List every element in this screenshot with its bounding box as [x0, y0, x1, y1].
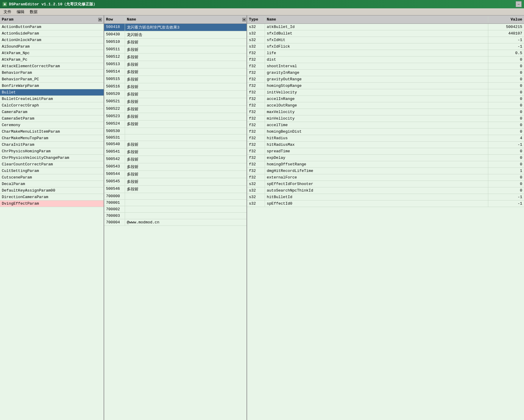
param-row[interactable]: f32accelInRange0 [247, 96, 524, 102]
sidebar-item-calccorrectgraph[interactable]: CalcCorrectGraph [0, 102, 104, 109]
param-row[interactable]: f32dist0 [247, 57, 524, 63]
table-row[interactable]: 700003 [104, 213, 247, 219]
param-value[interactable]: 0 [488, 57, 524, 63]
sidebar-item-cutsceneparam[interactable]: CutsceneParam [0, 174, 104, 181]
sidebar-item-ceremony[interactable]: Ceremony [0, 122, 104, 128]
param-row[interactable]: s32sfxIdHit-1 [247, 37, 524, 43]
param-row[interactable]: f32dmgHitRecordLifeTime1 [247, 168, 524, 174]
param-value[interactable]: -1 [488, 37, 524, 43]
sidebar-item-actionbuttonparam[interactable]: ActionButtonParam [0, 24, 104, 30]
param-row[interactable]: s32spEffectId0-1 [247, 200, 524, 207]
table-row[interactable]: 500531 [104, 134, 247, 141]
sidebar-item-bonfirewarpparam[interactable]: BonfireWarpParam [0, 83, 104, 89]
table-row[interactable]: 500520多段斩 [104, 91, 247, 98]
table-row[interactable]: 700000 [104, 193, 247, 200]
param-value[interactable]: 0 [488, 161, 524, 167]
param-row[interactable]: f32gravityInRange0 [247, 70, 524, 76]
param-value[interactable]: 1 [488, 168, 524, 174]
param-row[interactable]: s32spEffectIdForShooter0 [247, 181, 524, 187]
sidebar-item-chrphysicshomingparam[interactable]: ChrPhysicsHomingParam [0, 148, 104, 155]
param-row[interactable]: f32minVellocity0 [247, 115, 524, 122]
sidebar-item-chrphysicsvelocitychangeparam[interactable]: ChrPhysicsVelocityChangeParam [0, 155, 104, 161]
left-scroll-indicator[interactable]: ▲ [98, 18, 102, 21]
param-row[interactable]: f32expDelay0 [247, 155, 524, 161]
param-row[interactable]: f32initVellocity0 [247, 89, 524, 96]
param-row[interactable]: f32externalForce0 [247, 174, 524, 181]
param-row[interactable]: f32accelTime0 [247, 122, 524, 128]
sidebar-item-actionunlockparam[interactable]: ActionUnlockParam [0, 37, 104, 43]
param-value[interactable]: 0 [488, 70, 524, 76]
param-value[interactable]: 0 [488, 102, 524, 109]
table-row[interactable]: 500522多段斩 [104, 106, 247, 113]
param-row[interactable]: f32maxVellocity0 [247, 109, 524, 115]
param-value[interactable]: 0 [488, 187, 524, 194]
sidebar-item-dvingeffectparam[interactable]: DvingEffectParam [0, 200, 104, 207]
sidebar-item-charainitparam[interactable]: CharaInitParam [0, 142, 104, 148]
param-value[interactable]: 0 [488, 174, 524, 181]
sidebar-item-atkparamnpc[interactable]: AtkParam_Npc [0, 50, 104, 57]
table-row[interactable]: 500418龙闪蓄力斩击时剑气攻击效果3 [104, 24, 247, 31]
sidebar-item-bulletcreatelimitparam[interactable]: BulletCreateLimitParam [0, 96, 104, 102]
table-row[interactable]: 500544多段斩 [104, 171, 247, 178]
param-row[interactable]: s32sfxIdBullet440107 [247, 30, 524, 37]
param-row[interactable]: f32homingBeginDist0 [247, 128, 524, 135]
param-row[interactable]: f32life0.5 [247, 50, 524, 57]
param-value[interactable]: 0 [488, 76, 524, 82]
table-row[interactable]: 500524多段斩 [104, 120, 247, 128]
param-row[interactable]: f32homingStopRange0 [247, 83, 524, 89]
sidebar-item-decalparam[interactable]: DecalParam [0, 181, 104, 187]
param-row[interactable]: s32atkBullet_Id5004215 [247, 24, 524, 30]
table-row[interactable]: 500430龙闪斩击 [104, 31, 247, 39]
table-row[interactable]: 500545多段斩 [104, 178, 247, 186]
param-row[interactable]: s32autoSearchNpcThinkId0 [247, 187, 524, 194]
param-row[interactable]: f32hitRadiusMax-1 [247, 142, 524, 148]
param-value[interactable]: 0 [488, 63, 524, 69]
param-value[interactable]: 0 [488, 115, 524, 122]
table-row[interactable]: 500530 [104, 128, 247, 134]
param-value[interactable]: 0.5 [488, 50, 524, 56]
table-row[interactable]: 500541多段斩 [104, 148, 247, 156]
param-value[interactable]: 5004215 [488, 24, 524, 30]
param-value[interactable]: 0 [488, 148, 524, 154]
table-row[interactable]: 500513多段斩 [104, 61, 247, 68]
table-row[interactable]: 500512多段斩 [104, 54, 247, 61]
table-row[interactable]: 500540多段斩 [104, 141, 247, 148]
param-row[interactable]: f32gravityOutRange0 [247, 76, 524, 83]
sidebar-item-actionguideparam[interactable]: ActionGuideParam [0, 30, 104, 37]
sidebar-item-cameraparam[interactable]: CameraParam [0, 109, 104, 115]
param-value[interactable]: 440107 [488, 30, 524, 37]
param-value[interactable]: 0 [488, 89, 524, 95]
table-row[interactable]: 500510多段斩 [104, 39, 247, 46]
table-row[interactable]: 500516多段斩 [104, 83, 247, 91]
table-row[interactable]: 500523多段斩 [104, 113, 247, 120]
close-button[interactable]: — [516, 1, 522, 7]
table-row[interactable]: 500542多段斩 [104, 156, 247, 163]
sidebar-item-clearcountcorrectparam[interactable]: ClearCountCorrectParam [0, 161, 104, 168]
param-value[interactable]: 0 [488, 83, 524, 89]
table-row[interactable]: 700002 [104, 206, 247, 213]
param-value[interactable]: -1 [488, 200, 524, 207]
param-value[interactable]: 0 [488, 109, 524, 115]
param-value[interactable]: -1 [488, 194, 524, 200]
menu-data[interactable]: 数据 [27, 9, 40, 15]
param-row[interactable]: s32hitBulletId-1 [247, 194, 524, 200]
param-value[interactable]: -1 [488, 43, 524, 50]
param-row[interactable]: f32hitRadius4 [247, 135, 524, 142]
table-row[interactable]: 500543多段斩 [104, 163, 247, 171]
table-row[interactable]: 700001 [104, 200, 247, 206]
param-row[interactable]: f32shootInterval0 [247, 63, 524, 70]
middle-scroll-indicator[interactable]: ▲ [242, 18, 246, 21]
param-value[interactable]: 0 [488, 155, 524, 161]
sidebar-item-charmakemenutopparam[interactable]: CharMakeMenuTopParam [0, 135, 104, 142]
param-value[interactable]: -1 [488, 142, 524, 148]
table-row[interactable]: 500515多段斩 [104, 76, 247, 83]
table-row[interactable]: 500521多段斩 [104, 98, 247, 106]
sidebar-item-attackelementcorrectparam[interactable]: AttackElementCorrectParam [0, 63, 104, 70]
table-row[interactable]: 500511多段斩 [104, 46, 247, 54]
sidebar-item-behaviorparam[interactable]: BehaviorParam [0, 70, 104, 76]
param-value[interactable]: 0 [488, 128, 524, 135]
sidebar-item-camerasetparam[interactable]: CameraSetParam [0, 115, 104, 122]
param-value[interactable]: 4 [488, 135, 524, 141]
sidebar-item-bullet[interactable]: Bullet [0, 89, 104, 96]
menu-file[interactable]: 文件 [1, 9, 14, 15]
